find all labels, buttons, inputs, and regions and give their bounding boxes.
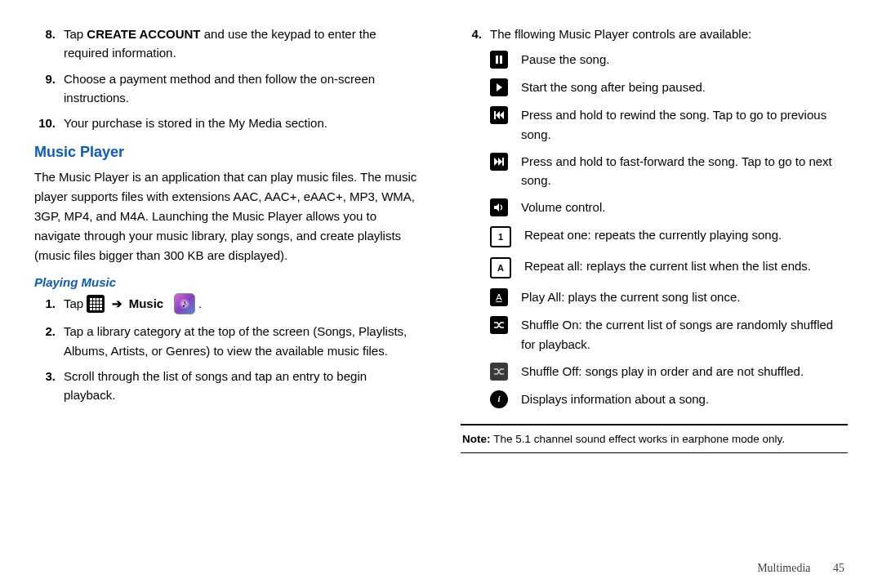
play-icon bbox=[490, 78, 508, 96]
control-row-shuffle-on: Shuffle On: the current list of songs ar… bbox=[490, 315, 848, 354]
svg-marker-9 bbox=[494, 203, 499, 212]
repeat-all-icon: A bbox=[490, 257, 511, 278]
control-row-volume: Volume control. bbox=[490, 198, 848, 217]
controls-intro-list: 4. The fllowing Music Player controls ar… bbox=[461, 24, 848, 43]
previous-track-icon bbox=[490, 106, 508, 124]
step-number: 2. bbox=[34, 322, 56, 360]
step-number: 4. bbox=[461, 24, 482, 43]
svg-marker-5 bbox=[496, 111, 500, 119]
step-text: The fllowing Music Player controls are a… bbox=[490, 24, 751, 43]
arrow-right-icon: ➔ bbox=[109, 296, 126, 310]
control-label: Shuffle On: the current list of songs ar… bbox=[521, 315, 848, 354]
step-text: Your purchase is stored in the My Media … bbox=[64, 114, 327, 132]
music-app-icon: ♪ bbox=[174, 293, 195, 314]
control-row-repeat-all: A Repeat all: replays the current list w… bbox=[490, 256, 848, 279]
control-row-previous: Press and hold to rewind the song. Tap t… bbox=[490, 105, 848, 144]
play-all-icon: A bbox=[490, 288, 508, 306]
apps-grid-icon bbox=[87, 295, 105, 313]
control-row-next: Press and hold to fast-forward the song.… bbox=[490, 152, 848, 190]
step-text: Scroll through the list of songs and tap… bbox=[64, 367, 421, 405]
control-label: Play All: plays the current song list on… bbox=[521, 287, 848, 307]
page-footer: Multimedia 45 bbox=[0, 555, 882, 575]
svg-rect-0 bbox=[496, 56, 498, 64]
control-label: Press and hold to fast-forward the song.… bbox=[521, 152, 848, 190]
subheading-playing-music: Playing Music bbox=[34, 275, 421, 289]
list-item: 4. The fllowing Music Player controls ar… bbox=[461, 24, 848, 43]
step-number: 9. bbox=[34, 69, 56, 108]
shuffle-off-icon bbox=[490, 363, 508, 381]
control-row-info: i Displays information about a song. bbox=[490, 390, 848, 409]
control-label: Repeat one: repeats the currently playin… bbox=[524, 225, 848, 248]
control-row-play-all: A Play All: plays the current song list … bbox=[490, 287, 848, 307]
control-label: Volume control. bbox=[521, 198, 848, 217]
step-text: Tap CREATE ACCOUNT and use the keypad to… bbox=[64, 24, 421, 63]
control-row-play: Start the song after being paused. bbox=[490, 78, 848, 97]
next-track-icon bbox=[490, 153, 508, 171]
step-text: Tap a library category at the top of the… bbox=[64, 322, 421, 360]
list-item: 9. Choose a payment method and then foll… bbox=[34, 69, 421, 108]
control-label: Displays information about a song. bbox=[521, 390, 848, 409]
music-label: Music bbox=[129, 296, 164, 310]
svg-rect-8 bbox=[502, 158, 504, 166]
svg-marker-4 bbox=[500, 111, 504, 119]
svg-rect-3 bbox=[494, 111, 496, 119]
footer-page-number: 45 bbox=[813, 562, 844, 574]
control-row-repeat-one: 1 Repeat one: repeats the currently play… bbox=[490, 225, 848, 248]
account-steps-list: 8. Tap CREATE ACCOUNT and use the keypad… bbox=[34, 24, 421, 132]
list-item: 10. Your purchase is stored in the My Me… bbox=[34, 114, 421, 132]
control-label: Press and hold to rewind the song. Tap t… bbox=[521, 105, 848, 144]
list-item: 8. Tap CREATE ACCOUNT and use the keypad… bbox=[34, 24, 421, 63]
step-number: 1. bbox=[34, 294, 56, 315]
step-number: 8. bbox=[34, 24, 56, 63]
svg-marker-2 bbox=[497, 83, 502, 91]
left-column: 8. Tap CREATE ACCOUNT and use the keypad… bbox=[34, 24, 421, 547]
svg-rect-1 bbox=[500, 56, 502, 64]
footer-section: Multimedia bbox=[757, 562, 810, 574]
music-player-intro: The Music Player is an application that … bbox=[34, 167, 421, 265]
controls-table: Pause the song. Start the song after bei… bbox=[490, 50, 848, 409]
svg-marker-7 bbox=[498, 158, 502, 166]
list-item: 2. Tap a library category at the top of … bbox=[34, 322, 421, 360]
list-item: 1. Tap ➔ Music ♪ . bbox=[34, 294, 421, 315]
divider bbox=[461, 452, 848, 453]
svg-marker-6 bbox=[494, 158, 498, 166]
note-label: Note: bbox=[462, 433, 493, 445]
shuffle-on-icon bbox=[490, 316, 508, 334]
repeat-one-icon: 1 bbox=[490, 226, 511, 247]
pause-icon bbox=[490, 51, 508, 69]
playing-music-steps: 1. Tap ➔ Music ♪ . 2. Tap a library cate… bbox=[34, 294, 421, 404]
info-icon: i bbox=[490, 390, 508, 408]
control-label: Repeat all: replays the current list whe… bbox=[524, 256, 848, 279]
control-label: Shuffle Off: songs play in order and are… bbox=[521, 362, 848, 381]
control-row-pause: Pause the song. bbox=[490, 50, 848, 69]
control-label: Pause the song. bbox=[521, 50, 848, 69]
step-text: Tap ➔ Music ♪ . bbox=[64, 294, 202, 315]
step-number: 3. bbox=[34, 367, 56, 405]
page-body: 8. Tap CREATE ACCOUNT and use the keypad… bbox=[0, 0, 882, 555]
note-text: Note: The 5.1 channel sound effect works… bbox=[461, 432, 848, 448]
step-text: Choose a payment method and then follow … bbox=[64, 69, 421, 108]
section-heading-music-player: Music Player bbox=[34, 144, 421, 161]
control-label: Start the song after being paused. bbox=[521, 78, 848, 97]
volume-icon bbox=[490, 198, 508, 216]
right-column: 4. The fllowing Music Player controls ar… bbox=[461, 24, 848, 547]
divider bbox=[461, 424, 848, 425]
step-number: 10. bbox=[34, 114, 56, 132]
control-row-shuffle-off: Shuffle Off: songs play in order and are… bbox=[490, 362, 848, 381]
list-item: 3. Scroll through the list of songs and … bbox=[34, 367, 421, 405]
